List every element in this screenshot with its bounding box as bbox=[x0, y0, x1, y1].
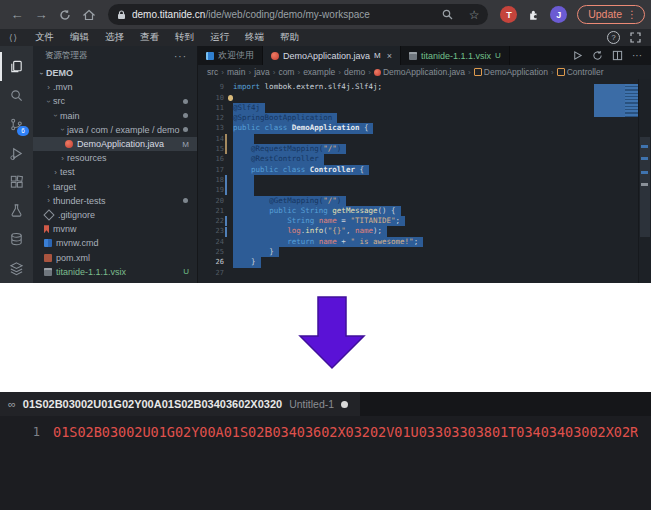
tree-item-target[interactable]: ›target bbox=[33, 180, 197, 194]
minimap[interactable] bbox=[594, 84, 638, 117]
code-line-15[interactable]: 15 @RequestMapping("/") bbox=[198, 144, 639, 154]
search-icon[interactable] bbox=[0, 81, 33, 110]
address-bar[interactable]: demo.titanide.cn/ide/web/coding/demo/my-… bbox=[108, 4, 488, 25]
unsaved-dot-icon[interactable] bbox=[341, 401, 348, 408]
breadcrumb-separator: › bbox=[551, 68, 554, 77]
xml-file-icon bbox=[44, 254, 52, 262]
tree-item-label: titanide-1.1.1.vsix bbox=[56, 267, 126, 277]
extension-avatar[interactable]: T bbox=[500, 6, 517, 23]
menu-item-文件[interactable]: 文件 bbox=[27, 31, 62, 44]
source-control-icon[interactable]: 6 bbox=[0, 110, 33, 139]
code-line-23[interactable]: 23 log.info("{}", name); bbox=[198, 226, 639, 236]
tree-item-pom-xml[interactable]: pom.xml bbox=[33, 250, 197, 264]
untitled-tab[interactable]: ∞ 01S02B03002U01G02Y00A01S02B03403602X03… bbox=[0, 392, 360, 416]
code-line-16[interactable]: 16 @RestController bbox=[198, 154, 639, 164]
explorer-icon[interactable] bbox=[0, 52, 33, 81]
breadcrumb-item-src[interactable]: src bbox=[207, 67, 218, 77]
breadcrumb-item-demoapplication[interactable]: DemoApplication bbox=[474, 67, 548, 77]
home-icon[interactable] bbox=[78, 4, 100, 26]
code-line-20[interactable]: 20 @GetMapping("/") bbox=[198, 196, 639, 206]
tree-item--mvn[interactable]: ›.mvn bbox=[33, 80, 197, 94]
breadcrumb-separator: › bbox=[221, 68, 224, 77]
code-line-21[interactable]: 21 public String getMessage() { bbox=[198, 206, 639, 216]
extensions-icon[interactable] bbox=[0, 168, 33, 197]
code-line-10[interactable]: 10 bbox=[198, 93, 639, 103]
tab--[interactable]: 欢迎使用 bbox=[198, 46, 263, 65]
split-editor-icon[interactable] bbox=[612, 50, 623, 61]
profile-avatar[interactable]: J bbox=[550, 6, 567, 23]
tree-item-label: mvnw bbox=[53, 224, 77, 234]
code-line-18[interactable]: 18 bbox=[198, 175, 639, 185]
tree-item-thunder-tests[interactable]: ›thunder-tests bbox=[33, 194, 197, 208]
more-actions-icon[interactable]: ··· bbox=[632, 50, 642, 61]
tree-item-java-com-example-demo[interactable]: ›java / com / example / demo bbox=[33, 123, 197, 137]
bottom-code-line[interactable]: 1 01S02B03002U01G02Y00A01S02B03403602X03… bbox=[0, 424, 651, 440]
extensions-puzzle-icon[interactable] bbox=[527, 8, 540, 22]
menu-item-终端[interactable]: 终端 bbox=[237, 31, 272, 44]
sync-icon[interactable] bbox=[592, 50, 603, 61]
scrollbar-thumb[interactable] bbox=[640, 137, 650, 237]
code-line-17[interactable]: 17 public class Controller { bbox=[198, 165, 639, 175]
tab-demoapplication-java[interactable]: DemoApplication.javaM× bbox=[263, 46, 401, 65]
tree-item-label: test bbox=[60, 167, 75, 177]
forward-icon[interactable]: → bbox=[30, 4, 52, 26]
back-icon[interactable]: ← bbox=[6, 4, 28, 26]
scrollbar[interactable] bbox=[638, 79, 651, 283]
fullscreen-icon[interactable] bbox=[630, 32, 641, 43]
code-line-14[interactable]: 14 bbox=[198, 134, 639, 144]
reload-icon[interactable] bbox=[54, 4, 76, 26]
code-line-27[interactable]: 27 bbox=[198, 268, 639, 278]
zoom-icon[interactable] bbox=[442, 9, 453, 20]
menu-item-转到[interactable]: 转到 bbox=[167, 31, 202, 44]
update-button[interactable]: Update ⋮ bbox=[577, 5, 645, 24]
menu-item-帮助[interactable]: 帮助 bbox=[272, 31, 307, 44]
tree-item-mvnw-cmd[interactable]: mvnw.cmd bbox=[33, 236, 197, 250]
database-icon[interactable] bbox=[0, 225, 33, 254]
code-line-19[interactable]: 19 bbox=[198, 185, 639, 195]
browser-menu-icon[interactable]: ⋮ bbox=[627, 9, 637, 20]
breadcrumb-item-main[interactable]: main bbox=[227, 67, 245, 77]
testing-flask-icon[interactable] bbox=[0, 196, 33, 225]
tree-item-src[interactable]: ›src bbox=[33, 94, 197, 108]
tab-bar: 欢迎使用DemoApplication.javaM×titanide-1.1.1… bbox=[198, 46, 651, 65]
sidebar-more-icon[interactable]: ··· bbox=[174, 51, 187, 62]
layers-icon[interactable] bbox=[0, 254, 33, 283]
selection-highlight: public String getMessage() { bbox=[233, 206, 401, 216]
breadcrumb-item-com[interactable]: com bbox=[278, 67, 294, 77]
code-line-24[interactable]: 24 return name + " is awesome!"; bbox=[198, 237, 639, 247]
code-line-9[interactable]: 9import lombok.extern.slf4j.Slf4j; bbox=[198, 82, 639, 92]
code-line-26[interactable]: 26 } bbox=[198, 257, 639, 267]
tree-item-demoapplication-java[interactable]: DemoApplication.javaM bbox=[33, 137, 197, 151]
breadcrumb-item-controller[interactable]: Controller bbox=[557, 67, 604, 77]
menu-item-查看[interactable]: 查看 bbox=[132, 31, 167, 44]
code-line-12[interactable]: 12@SpringBootApplication bbox=[198, 113, 639, 123]
help-icon[interactable]: ? bbox=[607, 31, 620, 44]
tree-item-label: mvnw.cmd bbox=[56, 238, 99, 248]
run-debug-icon[interactable] bbox=[0, 139, 33, 168]
code-editor[interactable]: 89import lombok.extern.slf4j.Slf4j;1011@… bbox=[198, 79, 651, 283]
close-icon[interactable]: × bbox=[387, 51, 392, 61]
breadcrumb-item-java[interactable]: java bbox=[254, 67, 270, 77]
tree-item-main[interactable]: ›main bbox=[33, 109, 197, 123]
breadcrumb-item-example[interactable]: example bbox=[303, 67, 335, 77]
tree-item-resources[interactable]: ›resources bbox=[33, 151, 197, 165]
bookmark-star-icon[interactable]: ☆ bbox=[469, 8, 480, 22]
code-line-13[interactable]: 13public class DemoApplication { bbox=[198, 123, 639, 133]
code-line-25[interactable]: 25 } bbox=[198, 247, 639, 257]
tree-item-demo[interactable]: ›DEMO bbox=[33, 66, 197, 80]
tree-item-titanide-1-1-1-vsix[interactable]: titanide-1.1.1.vsixU bbox=[33, 265, 197, 279]
tab-titanide-1-1-1-vsix[interactable]: titanide-1.1.1.vsixU bbox=[401, 46, 510, 65]
code-line-22[interactable]: 22 String name = "TITANIDE"; bbox=[198, 216, 639, 226]
breadcrumb-item-demo[interactable]: demo bbox=[344, 67, 365, 77]
breadcrumb-item-demoapplication-java[interactable]: DemoApplication.java bbox=[374, 67, 465, 77]
code-line-11[interactable]: 11@Slf4j bbox=[198, 103, 639, 113]
menu-item-编辑[interactable]: 编辑 bbox=[62, 31, 97, 44]
tree-item-test[interactable]: ›test bbox=[33, 165, 197, 179]
menu-item-选择[interactable]: 选择 bbox=[97, 31, 132, 44]
untracked-badge: U bbox=[495, 51, 501, 60]
run-icon[interactable] bbox=[572, 50, 583, 61]
lightbulb-icon[interactable] bbox=[228, 95, 233, 101]
tree-item-mvnw[interactable]: mvnw bbox=[33, 222, 197, 236]
tree-item--gitignore[interactable]: .gitignore bbox=[33, 208, 197, 222]
menu-item-运行[interactable]: 运行 bbox=[202, 31, 237, 44]
